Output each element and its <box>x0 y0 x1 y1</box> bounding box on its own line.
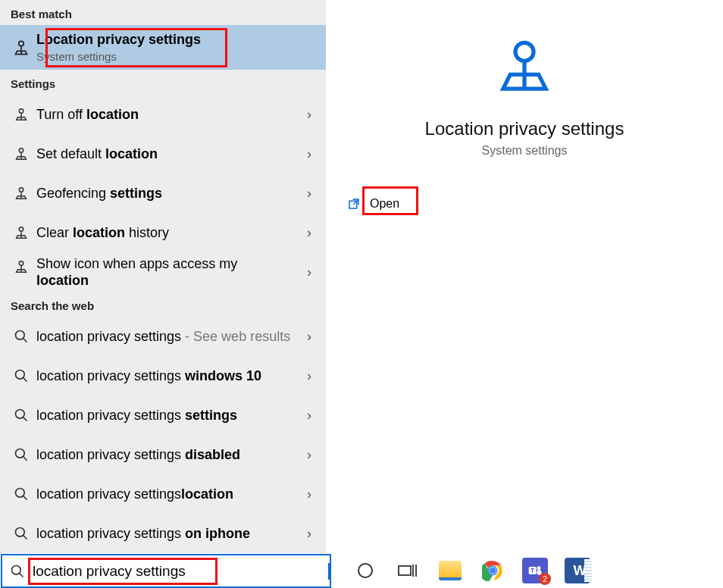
search-icon <box>11 486 32 502</box>
search-icon <box>11 368 32 383</box>
result-label: location privacy settings - See web resu… <box>32 328 300 346</box>
svg-line-23 <box>23 536 27 540</box>
settings-result[interactable]: Show icon when apps access my location › <box>0 252 326 292</box>
svg-point-14 <box>16 371 25 380</box>
open-action[interactable]: Open <box>344 192 705 215</box>
svg-point-2 <box>19 109 23 114</box>
result-label: location privacy settings disabled <box>32 446 300 464</box>
svg-point-8 <box>19 227 23 232</box>
chevron-right-icon: › <box>300 368 318 384</box>
web-result[interactable]: location privacy settingslocation › <box>0 474 326 514</box>
detail-title: Location privacy settings <box>425 118 624 139</box>
web-result[interactable]: location privacy settings windows 10 › <box>0 356 326 396</box>
svg-point-24 <box>515 42 534 61</box>
chevron-right-icon: › <box>300 225 318 241</box>
svg-point-12 <box>16 331 25 340</box>
location-icon <box>11 106 32 123</box>
search-icon <box>11 447 32 462</box>
svg-text:T: T <box>531 567 534 574</box>
location-icon <box>11 185 32 202</box>
svg-line-17 <box>23 418 27 421</box>
location-icon <box>11 224 32 241</box>
svg-line-29 <box>20 573 23 577</box>
taskbar-file-explorer-icon[interactable] <box>437 558 463 583</box>
web-result[interactable]: location privacy settings disabled › <box>0 435 326 474</box>
svg-line-13 <box>23 339 27 342</box>
svg-line-15 <box>23 378 27 382</box>
open-external-icon <box>347 197 361 211</box>
best-match-title: Location privacy settings <box>36 31 318 48</box>
svg-point-20 <box>16 489 25 498</box>
settings-result[interactable]: Geofencing settings › <box>0 174 326 213</box>
svg-point-4 <box>19 149 23 153</box>
svg-point-10 <box>19 261 23 266</box>
section-search-web: Search the web <box>0 292 326 317</box>
teams-badge: 2 <box>539 573 551 585</box>
chevron-right-icon: › <box>300 486 318 502</box>
result-label: location privacy settings windows 10 <box>32 368 300 385</box>
text-caret <box>328 563 330 580</box>
settings-result[interactable]: Clear location history › <box>0 213 326 252</box>
search-icon <box>11 329 32 344</box>
svg-line-27 <box>353 199 358 205</box>
web-result[interactable]: location privacy settings - See web resu… <box>0 317 326 356</box>
location-icon <box>11 255 32 275</box>
svg-point-37 <box>490 568 496 574</box>
web-result[interactable]: location privacy settings on iphone › <box>0 514 326 553</box>
taskbar-teams-icon[interactable]: T 2 <box>522 558 548 583</box>
svg-point-40 <box>537 566 541 570</box>
svg-line-21 <box>23 496 27 500</box>
taskbar-taskview-icon[interactable] <box>395 558 421 583</box>
chevron-right-icon: › <box>300 146 318 162</box>
location-icon <box>490 33 559 105</box>
search-results-pane: Best match Location privacy settings Sys… <box>0 0 326 553</box>
settings-result[interactable]: Set default location › <box>0 134 326 174</box>
svg-point-18 <box>16 449 25 458</box>
taskbar-word-icon[interactable]: W <box>565 558 590 583</box>
best-match-result[interactable]: Location privacy settings System setting… <box>0 25 326 70</box>
best-match-subtitle: System settings <box>36 50 318 64</box>
web-result[interactable]: location privacy settings settings › <box>0 396 326 435</box>
chevron-right-icon: › <box>300 186 318 202</box>
result-label: location privacy settings settings <box>32 407 300 424</box>
result-label: Clear location history <box>32 224 300 242</box>
detail-subtitle: System settings <box>482 144 568 158</box>
taskbar: T 2 W <box>0 553 723 588</box>
svg-point-16 <box>16 410 25 419</box>
result-label: Turn off location <box>32 106 300 124</box>
chevron-right-icon: › <box>300 107 318 123</box>
chevron-right-icon: › <box>300 408 318 424</box>
location-icon <box>11 145 32 162</box>
search-icon <box>11 408 32 423</box>
svg-point-28 <box>12 565 21 574</box>
result-label: Set default location <box>32 145 300 163</box>
result-label: location privacy settingslocation <box>32 486 300 503</box>
svg-point-6 <box>19 188 23 192</box>
search-box[interactable] <box>1 554 331 588</box>
svg-line-19 <box>23 457 27 461</box>
location-icon <box>11 38 32 58</box>
svg-rect-31 <box>399 566 411 575</box>
chevron-right-icon: › <box>300 264 318 280</box>
search-input[interactable] <box>33 563 327 580</box>
detail-pane: Location privacy settings System setting… <box>326 0 723 553</box>
open-label: Open <box>370 197 399 211</box>
chevron-right-icon: › <box>300 526 318 542</box>
svg-point-22 <box>16 528 25 537</box>
taskbar-cortana-icon[interactable] <box>352 558 378 583</box>
result-label: Show icon when apps access my location <box>32 255 300 289</box>
search-icon <box>10 564 25 579</box>
chevron-right-icon: › <box>300 447 318 463</box>
chevron-right-icon: › <box>300 329 318 345</box>
section-best-match: Best match <box>0 0 326 25</box>
result-label: Geofencing settings <box>32 185 300 202</box>
svg-point-30 <box>358 564 372 577</box>
taskbar-chrome-icon[interactable] <box>480 558 505 583</box>
search-icon <box>11 526 32 541</box>
section-settings: Settings <box>0 70 326 95</box>
settings-result[interactable]: Turn off location › <box>0 95 326 134</box>
result-label: location privacy settings on iphone <box>32 525 300 543</box>
svg-point-0 <box>19 41 24 46</box>
